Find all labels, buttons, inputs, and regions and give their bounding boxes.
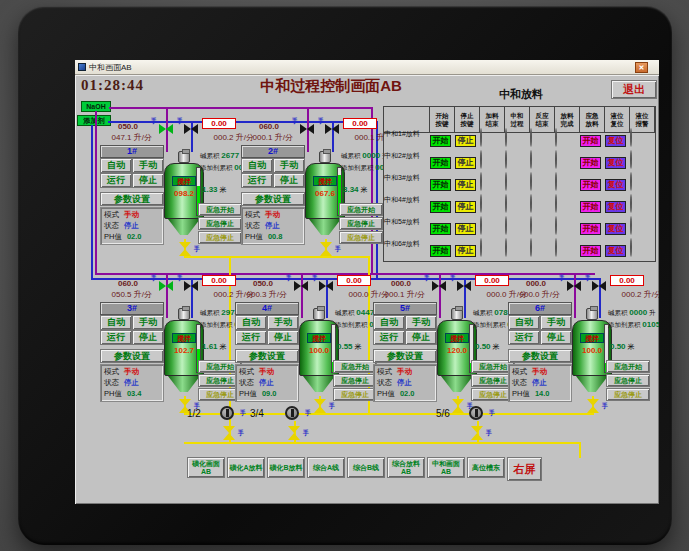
manual-button[interactable]: 手动 bbox=[540, 315, 572, 330]
emergency-discharge-button[interactable]: 开始 bbox=[580, 223, 601, 235]
stop-button[interactable]: 停止 bbox=[132, 173, 164, 188]
discharge-start-button[interactable]: 开始 bbox=[430, 201, 451, 213]
emergency-discharge-button[interactable]: 开始 bbox=[580, 201, 601, 213]
nav-button-5[interactable]: 综合B线 bbox=[347, 457, 385, 478]
discharge-stop-button[interactable]: 停止 bbox=[455, 179, 476, 191]
state-label: 状态 bbox=[239, 378, 254, 387]
nav-button-2[interactable]: 磺化A放料 bbox=[227, 457, 265, 478]
emergency-stop-button[interactable]: 应急停止 bbox=[198, 217, 242, 230]
reactor-unit: 060.0 050.5 升/分 手 手 0.00 000.2 升/分 3# 自动… bbox=[100, 302, 240, 422]
close-icon[interactable]: ✕ bbox=[635, 62, 648, 73]
level-reset-button[interactable]: 复位 bbox=[605, 201, 626, 213]
mode-label: 模式 bbox=[104, 210, 119, 219]
level-reset-button[interactable]: 复位 bbox=[605, 245, 626, 257]
discharge-stop-button[interactable]: 停止 bbox=[455, 245, 476, 257]
nav-button-6[interactable]: 综合放料AB bbox=[387, 457, 425, 478]
level-reset-button[interactable]: 复位 bbox=[605, 179, 626, 191]
emergency-start-button[interactable]: 应急开始 bbox=[606, 360, 650, 373]
stop-button[interactable]: 停止 bbox=[405, 330, 437, 345]
stop-button[interactable]: 停止 bbox=[540, 330, 572, 345]
auto-button[interactable]: 自动 bbox=[100, 158, 132, 173]
discharge-stop-button[interactable]: 停止 bbox=[455, 135, 476, 147]
params-button[interactable]: 参数设置 bbox=[100, 192, 164, 206]
discharge-stop-button[interactable]: 停止 bbox=[455, 157, 476, 169]
auto-button[interactable]: 自动 bbox=[373, 315, 405, 330]
emergency-stop-button-2[interactable]: 应急停止 bbox=[333, 388, 377, 401]
discharge-valve-icon[interactable] bbox=[223, 426, 235, 440]
manual-valve-label: 手 bbox=[151, 117, 157, 126]
emergency-discharge-button[interactable]: 开始 bbox=[580, 245, 601, 257]
naoh-flow-actual: 050.5 升/分 bbox=[92, 289, 152, 300]
emergency-stop-button[interactable]: 应急停止 bbox=[339, 217, 383, 230]
stop-button[interactable]: 停止 bbox=[273, 173, 305, 188]
reactor-unit: 000.0 000.0 升/分 手 手 0.00 000.2 升/分 6# 自动… bbox=[508, 302, 648, 422]
auto-button[interactable]: 自动 bbox=[100, 315, 132, 330]
discharge-start-button[interactable]: 开始 bbox=[430, 245, 451, 257]
discharge-start-button[interactable]: 开始 bbox=[430, 135, 451, 147]
reactor-unit: 000.0 000.1 升/分 手 手 0.00 000.0 升/分 5# 自动… bbox=[373, 302, 513, 422]
emergency-discharge-button[interactable]: 开始 bbox=[580, 179, 601, 191]
stop-button[interactable]: 停止 bbox=[132, 330, 164, 345]
naoh-valve-icon[interactable] bbox=[432, 281, 446, 291]
params-button[interactable]: 参数设置 bbox=[508, 349, 572, 363]
auto-button[interactable]: 自动 bbox=[241, 158, 273, 173]
emergency-stop-button-2[interactable]: 应急停止 bbox=[339, 231, 383, 244]
pump-icon[interactable] bbox=[285, 406, 299, 420]
params-button[interactable]: 参数设置 bbox=[241, 192, 305, 206]
emergency-stop-button-2[interactable]: 应急停止 bbox=[606, 388, 650, 401]
run-button[interactable]: 运行 bbox=[508, 330, 540, 345]
mode-label: 模式 bbox=[377, 367, 392, 376]
discharge-start-button[interactable]: 开始 bbox=[430, 179, 451, 191]
run-button[interactable]: 运行 bbox=[235, 330, 267, 345]
nav-button-1[interactable]: 磺化画面AB bbox=[187, 457, 225, 478]
run-button[interactable]: 运行 bbox=[373, 330, 405, 345]
manual-button[interactable]: 手动 bbox=[132, 315, 164, 330]
discharge-start-button[interactable]: 开始 bbox=[430, 223, 451, 235]
run-button[interactable]: 运行 bbox=[241, 173, 273, 188]
emergency-stop-button-2[interactable]: 应急停止 bbox=[198, 231, 242, 244]
level-reset-button[interactable]: 复位 bbox=[605, 223, 626, 235]
emergency-discharge-button[interactable]: 开始 bbox=[580, 157, 601, 169]
discharge-stop-button[interactable]: 停止 bbox=[455, 201, 476, 213]
emergency-start-button[interactable]: 应急开始 bbox=[333, 360, 377, 373]
nav-button-3[interactable]: 磺化B放料 bbox=[267, 457, 305, 478]
manual-button[interactable]: 手动 bbox=[132, 158, 164, 173]
manual-button[interactable]: 手动 bbox=[405, 315, 437, 330]
run-button[interactable]: 运行 bbox=[100, 330, 132, 345]
nav-button-4[interactable]: 综合A线 bbox=[307, 457, 345, 478]
emergency-stop-button[interactable]: 应急停止 bbox=[606, 374, 650, 387]
params-button[interactable]: 参数设置 bbox=[235, 349, 299, 363]
manual-button[interactable]: 手动 bbox=[273, 158, 305, 173]
emergency-stop-button[interactable]: 应急停止 bbox=[333, 374, 377, 387]
discharge-stop-button[interactable]: 停止 bbox=[455, 223, 476, 235]
exit-button[interactable]: 退出 bbox=[611, 80, 657, 99]
stop-button[interactable]: 停止 bbox=[267, 330, 299, 345]
nav-button-8[interactable]: 高位槽东 bbox=[467, 457, 505, 478]
discharge-valve-icon[interactable] bbox=[471, 426, 483, 440]
naoh-valve-icon[interactable] bbox=[159, 281, 173, 291]
pump-icon[interactable] bbox=[469, 406, 483, 420]
params-button[interactable]: 参数设置 bbox=[100, 349, 164, 363]
emergency-start-button[interactable]: 应急开始 bbox=[339, 203, 383, 216]
level-value: 1.33 bbox=[202, 185, 218, 194]
naoh-valve-icon[interactable] bbox=[294, 281, 308, 291]
nav-button-9[interactable]: 右屏 bbox=[507, 457, 542, 481]
emergency-discharge-button[interactable]: 开始 bbox=[580, 135, 601, 147]
pump-icon[interactable] bbox=[220, 406, 234, 420]
auto-button[interactable]: 自动 bbox=[508, 315, 540, 330]
discharge-valve-icon[interactable] bbox=[288, 426, 300, 440]
naoh-valve-icon[interactable] bbox=[567, 281, 581, 291]
unit-control-panel: 6# 自动 手动 运行 停止 参数设置 模式手动 状态停止 PH值14.0 bbox=[508, 302, 572, 402]
auto-button[interactable]: 自动 bbox=[235, 315, 267, 330]
discharge-start-button[interactable]: 开始 bbox=[430, 157, 451, 169]
level-readout: 3.34 米 bbox=[343, 185, 368, 195]
naoh-valve-icon[interactable] bbox=[300, 124, 314, 134]
emergency-start-button[interactable]: 应急开始 bbox=[198, 203, 242, 216]
run-button[interactable]: 运行 bbox=[100, 173, 132, 188]
level-reset-button[interactable]: 复位 bbox=[605, 157, 626, 169]
naoh-valve-icon[interactable] bbox=[159, 124, 173, 134]
params-button[interactable]: 参数设置 bbox=[373, 349, 437, 363]
level-reset-button[interactable]: 复位 bbox=[605, 135, 626, 147]
nav-button-7[interactable]: 中和画面AB bbox=[427, 457, 465, 478]
manual-button[interactable]: 手动 bbox=[267, 315, 299, 330]
